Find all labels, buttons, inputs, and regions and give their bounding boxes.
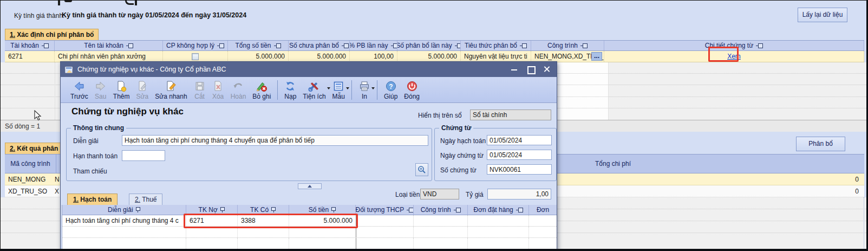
- gcol-don[interactable]: Đơn: [529, 205, 557, 215]
- col-cp-khong-hop-ly[interactable]: CP không hợp lý: [163, 41, 228, 50]
- save-disabled-icon: [194, 80, 206, 92]
- gcol-doi-tuong-thcp[interactable]: Đối tượng THCP: [356, 205, 414, 215]
- toolbar-button-hoan[interactable]: Hoàn: [227, 79, 250, 101]
- han-thanh-toan-label: Hạn thanh toán: [73, 152, 118, 160]
- pin-icon[interactable]: [520, 43, 527, 48]
- toolbar-button-sua[interactable]: Sửa: [133, 79, 152, 101]
- cell-project-name-partial: N: [55, 176, 60, 183]
- grid-empty-row[interactable]: [62, 238, 557, 249]
- col-ten-tai-khoan[interactable]: Tên tài khoản: [55, 41, 163, 50]
- dien-giai-input[interactable]: Hạch toán tăng chi phí chung tháng 4 chu…: [122, 135, 428, 146]
- cell-pb-amount: 5.000.000: [397, 51, 461, 62]
- toolbar-button-tien-ich[interactable]: Tiện ích: [299, 79, 329, 101]
- col-tong-chi-phi[interactable]: Tổng chi phí: [595, 155, 631, 173]
- col-cong-trinh[interactable]: Công trình: [531, 41, 604, 50]
- toolbar-separator: [277, 80, 278, 100]
- pin-icon[interactable]: [407, 208, 414, 212]
- tab-thue[interactable]: 2. Thuế: [129, 194, 162, 205]
- col-so-chua-phan-bo[interactable]: Số chưa phân bổ: [289, 41, 350, 50]
- toolbar-button-truoc[interactable]: Trước: [67, 79, 92, 101]
- toolbar-button-xoa[interactable]: Xóa: [209, 79, 227, 101]
- gcol-cong-trinh[interactable]: Công trình: [414, 205, 468, 215]
- pin-icon[interactable]: [756, 43, 763, 48]
- pin-icon[interactable]: [42, 43, 49, 48]
- minimize-icon[interactable]: [510, 65, 519, 74]
- group-chung-tu: Chứng từ Ngày hạch toán 01/05/2024 Ngày …: [434, 128, 557, 181]
- pin-icon[interactable]: [126, 43, 133, 48]
- pin-icon[interactable]: [516, 208, 523, 212]
- ty-gia-field[interactable]: 1,00: [487, 189, 551, 199]
- grid-empty-row[interactable]: [62, 227, 557, 238]
- view-detail-link[interactable]: Xem: [727, 53, 741, 60]
- ngay-hach-toan-input[interactable]: 01/05/2024: [487, 135, 552, 145]
- close-icon[interactable]: [543, 65, 551, 74]
- table1-row[interactable]: 6271 Chi phí nhân viên phân xưởng 5.000.…: [5, 51, 864, 62]
- cell-project: NEN_MONG,XD_TRU_ ...: [531, 51, 604, 62]
- tab-section1-xac-dinh-chi-phi[interactable]: 1. Xác định chi phí phân bổ: [5, 29, 99, 40]
- grid-data-row[interactable]: Hạch toán tăng chi phí chung tháng 4 c 6…: [62, 215, 557, 227]
- col-tai-khoan[interactable]: Tài khoản: [5, 41, 55, 50]
- pin-icon[interactable]: [274, 43, 281, 48]
- col-pb-lan-nay[interactable]: % PB lần này: [350, 41, 397, 50]
- ngay-hach-toan-label: Ngày hạch toán: [440, 137, 486, 145]
- group-thong-tin-chung: Thông tin chung Diễn giải Hạch toán tăng…: [66, 128, 432, 181]
- collapse-header-button[interactable]: [298, 183, 322, 189]
- col-tong-so-tien[interactable]: Tổng số tiền: [228, 41, 289, 50]
- toolbar-button-giup[interactable]: ? Giúp: [381, 79, 401, 101]
- ngay-chung-tu-input[interactable]: 01/05/2024: [487, 150, 552, 160]
- project-picker-button[interactable]: ...: [591, 52, 602, 61]
- toolbar-button-cat[interactable]: Cắt: [191, 79, 209, 101]
- window-icon: [65, 66, 73, 73]
- refresh-icon: [284, 80, 296, 92]
- toolbar-button-mau[interactable]: Mẫu: [329, 79, 348, 101]
- gcell-amount: 5.000.000: [289, 215, 356, 226]
- pin-icon[interactable]: [271, 207, 276, 213]
- tham-chieu-lookup-button[interactable]: [415, 163, 428, 176]
- pin-icon[interactable]: [136, 207, 140, 213]
- gcol-dien-giai[interactable]: Diễn giải: [62, 205, 186, 215]
- reload-data-button[interactable]: Lấy lại dữ liệu: [798, 8, 847, 22]
- dialog-titlebar[interactable]: Chứng từ nghiệp vụ khác - Công ty Cổ phầ…: [61, 62, 557, 77]
- col-so-phan-bo-lan-nay[interactable]: Số phân bổ lần này: [397, 41, 461, 50]
- han-thanh-toan-input[interactable]: [122, 150, 165, 161]
- pin-icon[interactable]: [391, 43, 397, 48]
- col-chi-tiet-chung-tu[interactable]: Chi tiết chứng từ: [604, 41, 864, 50]
- gcol-don-dat-hang[interactable]: Đơn đặt hàng: [468, 205, 529, 215]
- unreasonable-cost-checkbox[interactable]: [192, 53, 199, 60]
- pin-icon[interactable]: [455, 43, 461, 48]
- pin-icon[interactable]: [220, 207, 225, 213]
- toolbar-button-dong[interactable]: Đóng: [401, 79, 423, 101]
- maximize-icon[interactable]: [526, 65, 535, 74]
- pin-icon[interactable]: [331, 207, 336, 213]
- toolbar-button-nap[interactable]: Nạp: [281, 79, 299, 101]
- toolbar-button-them[interactable]: Thêm: [110, 79, 133, 101]
- pin-icon[interactable]: [342, 43, 349, 48]
- help-icon: ?: [385, 80, 397, 92]
- gcol-tk-co[interactable]: TK Có: [238, 205, 289, 215]
- dialog-chung-tu-nghiep-vu-khac: Chứng từ nghiệp vụ khác - Công ty Cổ phầ…: [60, 61, 557, 251]
- toolbar-button-sua-nhanh[interactable]: Sửa nhanh: [152, 79, 190, 101]
- pin-icon[interactable]: [580, 43, 588, 48]
- toolbar-button-sau[interactable]: Sau: [92, 79, 110, 101]
- edit-icon: [136, 80, 148, 92]
- toolbar-button-in[interactable]: In: [355, 79, 374, 101]
- gcol-so-tien[interactable]: Số tiền: [289, 205, 356, 215]
- app-window: Kỳ tính giá thành: Kỳ tính giá thành từ …: [0, 0, 868, 251]
- pin-icon[interactable]: [217, 43, 224, 48]
- undo-icon: [232, 80, 244, 92]
- tab-hach-toan[interactable]: 1. Hạch toán: [67, 194, 118, 205]
- gcol-tk-no[interactable]: TK Nợ: [186, 205, 238, 215]
- loai-tien-field[interactable]: VND: [420, 189, 459, 199]
- toolbar-button-bo-ghi[interactable]: Bỏ ghi: [249, 79, 274, 101]
- grid-header: Diễn giải TK Nợ TK Có Số tiền Đối tượng …: [62, 205, 557, 215]
- col-tieu-thuc-phan-bo[interactable]: Tiêu thức phân bổ: [461, 41, 531, 50]
- display-on-field[interactable]: Sổ tài chính: [470, 110, 551, 120]
- cell-total-cost: 0: [855, 188, 859, 195]
- col-ma-cong-trinh[interactable]: Mã công trình: [5, 155, 56, 173]
- mouse-cursor: [34, 110, 42, 121]
- unpost-icon: [256, 80, 267, 92]
- pin-icon[interactable]: [454, 208, 461, 212]
- so-chung-tu-input[interactable]: NVK00061: [487, 164, 552, 175]
- allocate-button[interactable]: Phân bổ: [796, 137, 845, 151]
- hach-toan-grid: Diễn giải TK Nợ TK Có Số tiền Đối tượng …: [62, 205, 557, 251]
